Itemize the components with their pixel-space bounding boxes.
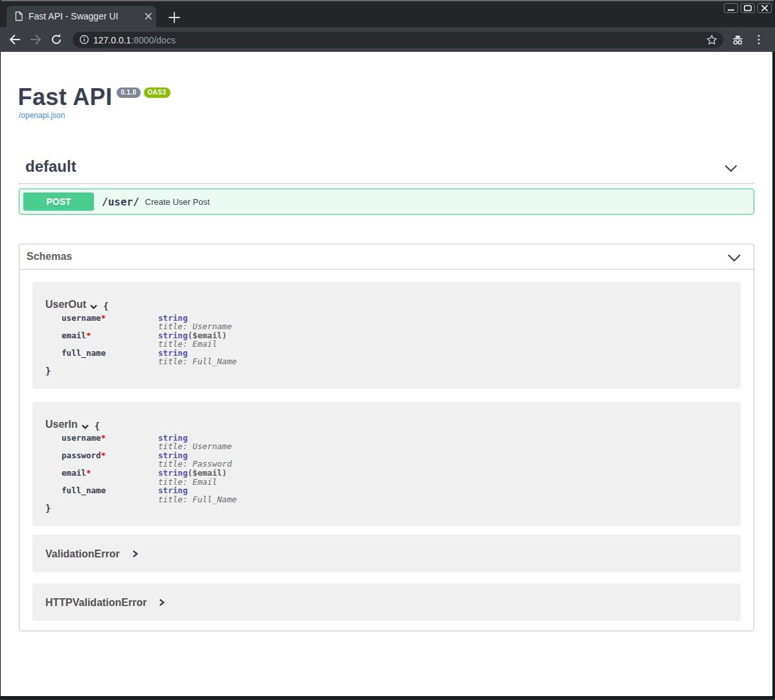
brace-close: } xyxy=(45,366,728,376)
model-chevron-down-icon xyxy=(90,300,97,312)
brace-close: } xyxy=(45,504,728,513)
model-toggle-UserOut[interactable]: UserOut{ xyxy=(45,298,728,312)
brace-open: { xyxy=(103,301,108,311)
property-info: string($email)title: Email xyxy=(158,331,227,349)
property-title-meta: title: Full_Name xyxy=(158,495,237,504)
model-ValidationError: ValidationError xyxy=(32,535,741,572)
model-title: UserOut xyxy=(45,299,86,310)
back-button-icon[interactable] xyxy=(7,27,23,52)
model-chevron-down-icon xyxy=(82,420,89,432)
schemas-chevron-down-icon[interactable] xyxy=(728,251,741,264)
tag-section-title: default xyxy=(25,158,737,174)
operation-path: /user/ xyxy=(102,196,139,208)
schemas-model-list: UserOut{username*stringtitle: Usernameem… xyxy=(19,270,754,631)
property-title-meta: title: Full_Name xyxy=(158,357,237,366)
model-HTTPValidationError: HTTPValidationError xyxy=(32,583,741,621)
new-tab-button[interactable] xyxy=(167,10,182,25)
property-info: stringtitle: Username xyxy=(158,314,232,331)
model-title: UserIn xyxy=(45,419,78,430)
operation-post-user[interactable]: POST /user/ Create User Post xyxy=(19,189,754,215)
tag-section-header[interactable]: default xyxy=(19,152,754,184)
tab-title: Fast API - Swagger UI xyxy=(29,6,119,27)
incognito-icon xyxy=(733,35,743,45)
brace-open: { xyxy=(95,421,100,431)
oas3-badge: OAS3 xyxy=(144,88,170,98)
model-UserOut: UserOut{username*stringtitle: Usernameem… xyxy=(32,282,741,389)
model-toggle-HTTPValidationError[interactable]: HTTPValidationError xyxy=(45,596,728,608)
schemas-section: Schemas UserOut{username*stringtitle: Us… xyxy=(19,244,754,631)
property-name: username* xyxy=(62,314,158,331)
model-toggle-UserIn[interactable]: UserIn{ xyxy=(45,417,728,432)
url-path: :8000/docs xyxy=(131,35,176,45)
model-chevron-right-icon xyxy=(159,597,165,609)
reload-button-icon[interactable] xyxy=(49,27,64,52)
bookmark-star-icon[interactable] xyxy=(706,34,718,46)
property-title-meta: title: Email xyxy=(158,340,227,349)
window-right-border xyxy=(772,52,775,700)
tag-chevron-down-icon[interactable] xyxy=(724,162,737,175)
model-chevron-right-icon xyxy=(132,548,138,560)
model-title: HTTPValidationError xyxy=(45,597,146,608)
openapi-spec-link[interactable]: /openapi.json xyxy=(19,111,65,120)
property-info: string($email)title: Email xyxy=(158,469,227,486)
property-info: stringtitle: Password xyxy=(158,451,232,469)
property-type: string xyxy=(158,485,188,495)
property-info: stringtitle: Full_Name xyxy=(158,486,237,504)
property-title-meta: title: Username xyxy=(158,322,232,331)
schemas-title: Schemas xyxy=(27,250,741,262)
page-viewport: Fast API0.1.0OAS3 /openapi.json default … xyxy=(0,52,772,696)
property-format: ($email) xyxy=(188,468,227,478)
forward-button-icon[interactable] xyxy=(28,27,43,52)
property-type: string xyxy=(158,468,188,478)
api-info-section: Fast API0.1.0OAS3 /openapi.json xyxy=(19,86,754,121)
browser-menu-icon[interactable] xyxy=(754,32,764,47)
url-host: 127.0.0.1 xyxy=(93,35,131,45)
property-row-password: password*stringtitle: Password xyxy=(62,451,728,469)
property-info: stringtitle: Full_Name xyxy=(158,349,237,366)
browser-tab-active[interactable]: Fast API - Swagger UI xyxy=(6,6,156,27)
site-info-icon[interactable] xyxy=(78,34,90,45)
required-star: * xyxy=(101,450,106,460)
required-star: * xyxy=(101,433,106,443)
property-title-meta: title: Email xyxy=(158,478,227,487)
page-favicon-icon xyxy=(14,11,24,21)
property-row-full_name: full_namestringtitle: Full_Name xyxy=(62,349,728,366)
window-minimize-button[interactable] xyxy=(724,3,738,13)
property-row-full_name: full_namestringtitle: Full_Name xyxy=(62,486,728,504)
schemas-header[interactable]: Schemas xyxy=(19,244,754,270)
operation-summary: Create User Post xyxy=(145,197,210,207)
model-UserIn: UserIn{username*stringtitle: Usernamepas… xyxy=(32,402,741,526)
model-properties: username*stringtitle: Usernamepassword*s… xyxy=(62,434,728,504)
api-title: Fast API0.1.0OAS3 xyxy=(18,86,755,109)
property-name: full_name xyxy=(62,486,158,504)
property-name: email* xyxy=(62,469,158,486)
model-title: ValidationError xyxy=(45,548,120,559)
property-name: username* xyxy=(62,434,158,451)
api-title-text: Fast API xyxy=(18,84,113,110)
property-row-username: username*stringtitle: Username xyxy=(62,314,728,331)
required-star: * xyxy=(86,468,91,478)
property-row-email: email*string($email)title: Email xyxy=(62,469,728,486)
required-star: * xyxy=(86,331,91,340)
window-maximize-button[interactable] xyxy=(741,3,755,13)
version-badge: 0.1.0 xyxy=(117,88,140,98)
property-name: full_name xyxy=(62,349,158,366)
window-bottom-border xyxy=(0,696,775,700)
required-star: * xyxy=(101,313,106,323)
property-name: email* xyxy=(62,331,158,349)
window-close-button[interactable] xyxy=(758,3,772,13)
method-badge: POST xyxy=(23,192,94,211)
property-row-username: username*stringtitle: Username xyxy=(62,434,728,451)
tab-close-icon[interactable] xyxy=(144,12,153,21)
property-info: stringtitle: Username xyxy=(158,434,232,451)
model-properties: username*stringtitle: Usernameemail*stri… xyxy=(62,314,728,366)
address-bar[interactable]: 127.0.0.1:8000/docs xyxy=(73,32,723,48)
property-title-meta: title: Password xyxy=(158,460,232,469)
model-toggle-ValidationError[interactable]: ValidationError xyxy=(45,548,728,559)
property-title-meta: title: Username xyxy=(158,442,232,451)
browser-toolbar: 127.0.0.1:8000/docs xyxy=(0,27,775,52)
property-row-email: email*string($email)title: Email xyxy=(62,331,728,349)
browser-tabstrip: Fast API - Swagger UI xyxy=(0,1,775,27)
url-text[interactable]: 127.0.0.1:8000/docs xyxy=(93,32,176,48)
property-name: password* xyxy=(62,451,158,469)
